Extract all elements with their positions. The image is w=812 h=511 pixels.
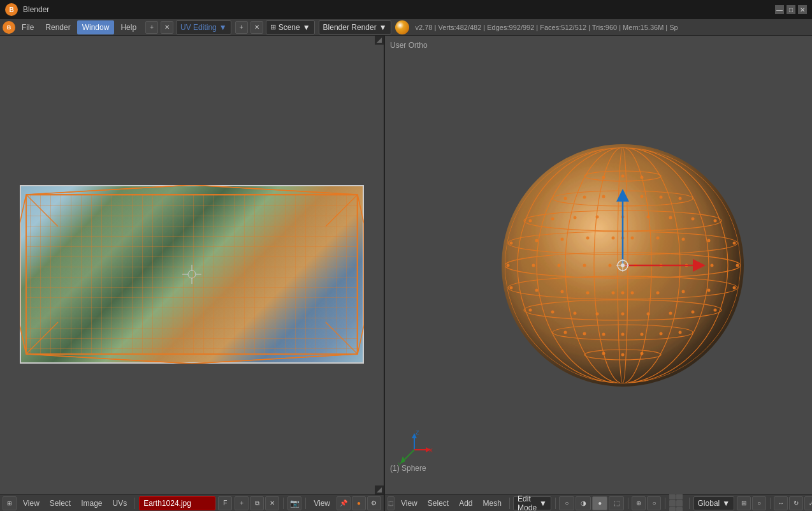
close-button[interactable]: ✕ (798, 5, 807, 14)
layer-btn-6[interactable] (676, 500, 683, 507)
workspace-remove-btn[interactable]: ✕ (161, 21, 173, 34)
scene-selector[interactable]: ⊞ Scene ▼ (266, 20, 315, 34)
proportional-edit-btn[interactable]: ○ (752, 496, 766, 510)
transform-orientation-selector[interactable]: Global ▼ (693, 496, 735, 510)
edit-mode-selector[interactable]: Edit Mode ▼ (513, 496, 551, 510)
render-engine-selector[interactable]: Blender Render ▼ (319, 20, 391, 34)
snap-btn[interactable]: ⊞ (737, 496, 751, 510)
image-copy-btn[interactable]: ⧉ (250, 496, 264, 510)
svg-marker-0 (377, 38, 382, 43)
svg-point-59 (561, 237, 564, 241)
svg-point-48 (529, 219, 532, 222)
maximize-button[interactable]: □ (787, 5, 795, 14)
uv-image-menu[interactable]: Image (77, 496, 106, 510)
wireframe-shading-btn[interactable]: ○ (559, 496, 574, 510)
layer-btn-5[interactable] (669, 500, 676, 507)
axes-widget: Z X Y (395, 431, 433, 469)
uv-panel: ⊞ View Select Image UVs Earth1024.jpg F … (0, 36, 385, 511)
svg-point-88 (733, 286, 736, 289)
scene-add-btn[interactable]: + (235, 21, 248, 34)
transform-tool-2[interactable]: ↻ (789, 496, 803, 510)
image-add-btn[interactable]: + (235, 496, 249, 510)
uv-corner-widget-top[interactable] (375, 36, 384, 45)
viewport-opt-btn[interactable]: ⚙ (367, 496, 381, 510)
texture-shading-btn[interactable]: ● (592, 496, 607, 510)
svg-text:Z: Z (416, 431, 419, 436)
scene-expand-icon: ▼ (303, 23, 310, 32)
svg-point-97 (714, 308, 717, 311)
svg-point-81 (586, 291, 590, 294)
svg-point-92 (596, 312, 599, 315)
image-file-selector[interactable]: Earth1024.jpg (139, 496, 215, 510)
viewport-select-menu[interactable]: Select (424, 496, 453, 510)
svg-point-77 (736, 263, 739, 267)
uv-select-menu[interactable]: Select (46, 496, 75, 510)
scene-remove-btn[interactable]: ✕ (250, 21, 263, 34)
svg-point-56 (714, 219, 717, 222)
uv-viewport[interactable] (0, 36, 384, 494)
viewport-render-btn[interactable]: ● (352, 496, 366, 510)
transform-tool-1[interactable]: ↔ (774, 496, 788, 510)
svg-point-49 (551, 217, 555, 220)
sphere-grid-svg (502, 144, 744, 387)
svg-point-61 (612, 236, 615, 239)
uv-uvs-menu[interactable]: UVs (109, 496, 131, 510)
rendered-shading-btn[interactable]: ⬚ (609, 496, 624, 510)
svg-line-12 (26, 185, 192, 195)
svg-point-46 (660, 195, 663, 198)
viewport-mesh-menu[interactable]: Mesh (479, 496, 505, 510)
file-menu[interactable]: File (17, 20, 39, 34)
svg-point-104 (679, 330, 682, 334)
transform-tool-3[interactable]: ⤢ (804, 496, 812, 510)
uv-bottom-bar: ⊞ View Select Image UVs Earth1024.jpg F … (0, 494, 384, 511)
svg-rect-1 (26, 195, 358, 354)
viewport-view-menu[interactable]: View (397, 496, 421, 510)
blender-version-logo (395, 20, 409, 34)
workspace-selector[interactable]: UV Editing ▼ (176, 20, 231, 34)
svg-point-39 (641, 175, 644, 179)
uv-view-btn2[interactable]: View (310, 496, 334, 510)
render-engine-expand: ▼ (379, 23, 387, 32)
svg-point-50 (574, 216, 577, 219)
viewport-bottom-bar: ⬚ View Select Add Mesh Edit Mode ▼ ○ ◑ ●… (385, 494, 812, 511)
svg-line-14 (26, 354, 192, 364)
viewport-editor-icon[interactable]: ⬚ (388, 496, 395, 510)
window-menu[interactable]: Window (77, 20, 115, 34)
layer-btn-7[interactable] (669, 507, 676, 512)
svg-point-87 (707, 288, 711, 292)
svg-point-47 (679, 196, 682, 200)
workspace-add-btn[interactable]: + (145, 21, 158, 34)
svg-marker-5 (20, 195, 26, 354)
viewport-tool-2[interactable]: ○ (647, 496, 661, 510)
svg-marker-3 (26, 185, 358, 195)
view-label: User Ortho (390, 41, 428, 50)
menu-bar: B File Render Window Help + ✕ UV Editing… (0, 19, 812, 36)
uv-editor-icon[interactable]: ⊞ (3, 496, 17, 510)
svg-point-82 (612, 291, 615, 294)
uv-corner-widget-bottom[interactable] (375, 485, 384, 494)
help-menu[interactable]: Help (115, 20, 141, 34)
app-title: Blender (23, 5, 49, 14)
svg-point-72 (609, 263, 612, 267)
viewport-3d[interactable]: User Ortho (385, 36, 812, 494)
render-menu[interactable]: Render (40, 20, 75, 34)
layer-btn-8[interactable] (676, 507, 683, 512)
svg-point-78 (510, 286, 513, 289)
svg-point-54 (669, 216, 672, 219)
uv-view-menu[interactable]: View (19, 496, 43, 510)
svg-point-79 (535, 288, 539, 292)
svg-point-76 (711, 263, 714, 267)
svg-point-96 (692, 310, 695, 313)
viewport-tool-1[interactable]: ⊕ (632, 496, 646, 510)
svg-point-95 (669, 311, 672, 315)
svg-line-15 (192, 354, 358, 364)
viewport-pin-btn[interactable]: 📌 (337, 496, 351, 510)
image-close-btn[interactable]: ✕ (265, 496, 279, 510)
viewport-add-menu[interactable]: Add (455, 496, 476, 510)
minimize-button[interactable]: — (775, 5, 784, 14)
workspace-expand-icon: ▼ (219, 23, 227, 32)
svg-point-58 (535, 239, 539, 242)
camera-icon-btn[interactable]: 📷 (287, 496, 301, 510)
solid-shading-btn[interactable]: ◑ (576, 496, 591, 510)
f-button[interactable]: F (218, 496, 232, 510)
